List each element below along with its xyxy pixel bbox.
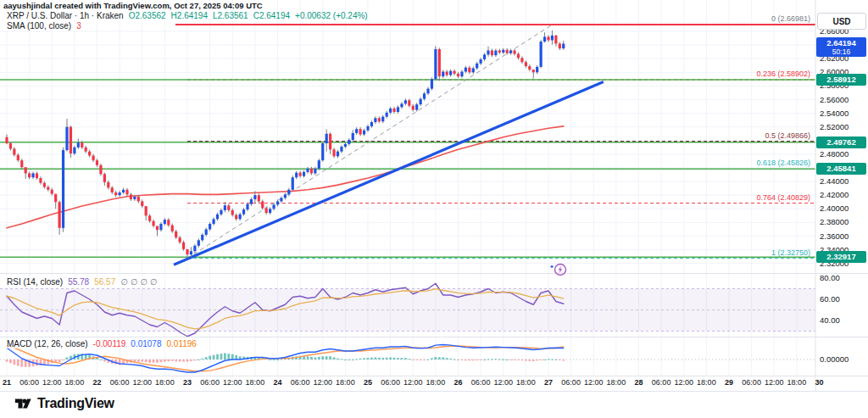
svg-text:25: 25 bbox=[364, 378, 372, 387]
svg-text:29: 29 bbox=[725, 378, 733, 387]
sma-label[interactable]: SMA (100, close) bbox=[7, 21, 71, 31]
svg-text:12:00: 12:00 bbox=[132, 378, 152, 387]
tradingview-logo[interactable]: TradingView bbox=[14, 394, 114, 413]
svg-text:12:00: 12:00 bbox=[403, 378, 423, 387]
sma-legend[interactable]: SMA (100, close) 3 bbox=[4, 21, 84, 31]
svg-text:60.00: 60.00 bbox=[820, 294, 840, 304]
svg-text:2.48000: 2.48000 bbox=[820, 149, 849, 159]
svg-text:0.764 (2.40829): 0.764 (2.40829) bbox=[756, 193, 810, 202]
svg-text:2.54000: 2.54000 bbox=[820, 109, 849, 118]
rsi-value: 55.78 bbox=[68, 277, 89, 287]
macd-legend[interactable]: MACD (12, 26, close) -0.00119 0.01078 0.… bbox=[4, 339, 199, 348]
rsi-legend[interactable]: RSI (14, close) 55.78 56.57 ∅ ∅ ∅ ∅ bbox=[4, 277, 159, 287]
chart-canvas[interactable]: 0 (2.66981)0.236 (2.58902)0.5 (2.49866)0… bbox=[0, 0, 868, 418]
svg-text:2.44000: 2.44000 bbox=[820, 176, 849, 186]
tradingview-mark-icon bbox=[14, 394, 32, 413]
svg-text:12:00: 12:00 bbox=[765, 378, 784, 387]
low-value: L2.63561 bbox=[213, 11, 248, 20]
svg-text:2.42000: 2.42000 bbox=[820, 190, 849, 199]
svg-text:24: 24 bbox=[273, 378, 281, 387]
lightning-marker-icon[interactable]: ✦ bbox=[549, 261, 568, 281]
macd-label[interactable]: MACD (12, 26, close) bbox=[7, 339, 88, 348]
svg-text:18:00: 18:00 bbox=[246, 378, 265, 387]
watermark: aayushjindal created with TradingView.co… bbox=[3, 1, 263, 10]
svg-text:2.36000: 2.36000 bbox=[820, 231, 849, 241]
svg-text:0.236 (2.58902): 0.236 (2.58902) bbox=[756, 70, 810, 78]
svg-text:2.56000: 2.56000 bbox=[820, 95, 849, 104]
svg-text:12:00: 12:00 bbox=[674, 378, 693, 387]
svg-text:12:00: 12:00 bbox=[223, 378, 242, 387]
svg-text:06:00: 06:00 bbox=[19, 378, 39, 387]
svg-text:28: 28 bbox=[634, 378, 643, 387]
close-value: C2.64194 bbox=[253, 11, 290, 20]
svg-text:2.34000: 2.34000 bbox=[820, 245, 849, 254]
svg-text:21: 21 bbox=[3, 378, 11, 387]
svg-text:30: 30 bbox=[815, 378, 823, 387]
svg-text:23: 23 bbox=[183, 378, 192, 387]
svg-text:2.52000: 2.52000 bbox=[820, 122, 849, 131]
svg-text:0.5 (2.49866): 0.5 (2.49866) bbox=[765, 131, 810, 140]
rsi-label[interactable]: RSI (14, close) bbox=[7, 277, 63, 287]
open-value: O2.63562 bbox=[129, 11, 166, 20]
svg-text:2.58000: 2.58000 bbox=[820, 81, 849, 90]
rsi-ma-value: 56.57 bbox=[94, 277, 115, 287]
svg-text:26: 26 bbox=[453, 378, 462, 387]
svg-text:2.62000: 2.62000 bbox=[820, 53, 849, 63]
svg-text:2.32000: 2.32000 bbox=[820, 259, 849, 268]
change-value: +0.00632 (+0.24%) bbox=[295, 11, 368, 20]
svg-text:18:00: 18:00 bbox=[426, 378, 446, 387]
macd-value: 0.01078 bbox=[131, 339, 161, 348]
svg-text:0 (2.66981): 0 (2.66981) bbox=[771, 14, 810, 23]
svg-text:06:00: 06:00 bbox=[110, 378, 130, 387]
svg-text:18:00: 18:00 bbox=[65, 378, 85, 387]
macd-hist-value: -0.00119 bbox=[93, 339, 126, 348]
svg-text:06:00: 06:00 bbox=[200, 378, 220, 387]
svg-text:2.38000: 2.38000 bbox=[820, 217, 849, 226]
svg-text:06:00: 06:00 bbox=[742, 378, 761, 387]
svg-text:22: 22 bbox=[92, 378, 101, 387]
svg-text:12:00: 12:00 bbox=[313, 378, 332, 387]
macd-signal-value: 0.01196 bbox=[167, 339, 197, 348]
rsi-empty-values: ∅ ∅ ∅ ∅ bbox=[120, 277, 157, 287]
svg-text:2.60000: 2.60000 bbox=[820, 67, 849, 76]
symbol-title[interactable]: XRP / U.S. Dollar · 1h · Kraken bbox=[7, 11, 124, 20]
svg-text:18:00: 18:00 bbox=[697, 378, 716, 387]
svg-text:18:00: 18:00 bbox=[607, 378, 626, 387]
svg-text:18:00: 18:00 bbox=[336, 378, 355, 387]
svg-text:06:00: 06:00 bbox=[652, 378, 671, 387]
svg-text:12:00: 12:00 bbox=[493, 378, 513, 387]
svg-text:1 (2.32750): 1 (2.32750) bbox=[771, 248, 810, 257]
sma-value: 3 bbox=[76, 21, 81, 31]
svg-text:27: 27 bbox=[544, 378, 553, 387]
svg-text:18:00: 18:00 bbox=[155, 378, 175, 387]
svg-text:18:00: 18:00 bbox=[787, 378, 807, 387]
svg-text:06:00: 06:00 bbox=[471, 378, 491, 387]
svg-text:0.618 (2.45826): 0.618 (2.45826) bbox=[756, 159, 810, 167]
svg-text:18:00: 18:00 bbox=[516, 378, 536, 387]
currency-toggle-button[interactable]: USD bbox=[817, 13, 866, 30]
svg-text:✦: ✦ bbox=[549, 264, 554, 270]
tradingview-chart-window: 0 (2.66981)0.236 (2.58902)0.5 (2.49866)0… bbox=[0, 0, 868, 418]
high-value: H2.64194 bbox=[171, 11, 208, 20]
symbol-legend[interactable]: XRP / U.S. Dollar · 1h · Kraken O2.63562… bbox=[4, 11, 370, 20]
svg-text:0.00000: 0.00000 bbox=[820, 354, 849, 364]
svg-text:12:00: 12:00 bbox=[584, 378, 604, 387]
svg-text:80.00: 80.00 bbox=[820, 273, 840, 282]
svg-text:06:00: 06:00 bbox=[381, 378, 400, 387]
svg-text:12:00: 12:00 bbox=[42, 378, 62, 387]
tradingview-logo-text: TradingView bbox=[37, 396, 114, 411]
svg-text:06:00: 06:00 bbox=[291, 378, 310, 387]
svg-text:40.00: 40.00 bbox=[820, 315, 840, 325]
svg-text:06:00: 06:00 bbox=[561, 378, 581, 387]
svg-text:2.40000: 2.40000 bbox=[820, 203, 849, 213]
